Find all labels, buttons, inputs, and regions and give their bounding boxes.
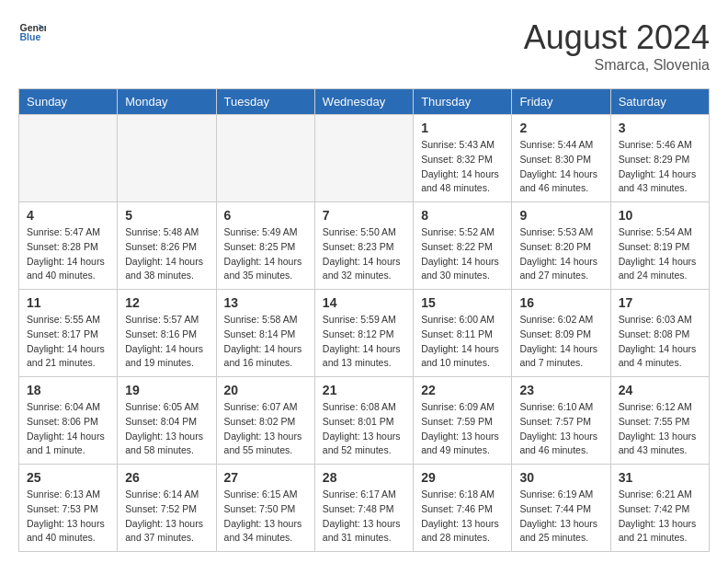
calendar-cell: 14Sunrise: 5:59 AM Sunset: 8:12 PM Dayli… bbox=[314, 290, 413, 377]
day-info: Sunrise: 5:54 AM Sunset: 8:19 PM Dayligh… bbox=[619, 225, 701, 283]
calendar-cell: 25Sunrise: 6:13 AM Sunset: 7:53 PM Dayli… bbox=[19, 465, 118, 552]
calendar-cell: 11Sunrise: 5:55 AM Sunset: 8:17 PM Dayli… bbox=[19, 290, 118, 377]
header-wednesday: Wednesday bbox=[314, 89, 413, 115]
day-number: 27 bbox=[224, 470, 307, 485]
day-number: 7 bbox=[323, 208, 405, 223]
day-number: 6 bbox=[224, 208, 307, 223]
calendar-header-row: Sunday Monday Tuesday Wednesday Thursday… bbox=[19, 89, 710, 115]
calendar-cell: 1Sunrise: 5:43 AM Sunset: 8:32 PM Daylig… bbox=[414, 115, 512, 202]
day-number: 30 bbox=[519, 470, 602, 485]
day-info: Sunrise: 6:18 AM Sunset: 7:46 PM Dayligh… bbox=[421, 488, 504, 546]
calendar-cell: 31Sunrise: 6:21 AM Sunset: 7:42 PM Dayli… bbox=[610, 465, 709, 552]
day-info: Sunrise: 6:09 AM Sunset: 7:59 PM Dayligh… bbox=[421, 400, 504, 458]
day-info: Sunrise: 6:14 AM Sunset: 7:52 PM Dayligh… bbox=[125, 488, 208, 546]
calendar-week-2: 4Sunrise: 5:47 AM Sunset: 8:28 PM Daylig… bbox=[19, 202, 710, 290]
calendar-cell: 22Sunrise: 6:09 AM Sunset: 7:59 PM Dayli… bbox=[414, 377, 512, 465]
calendar-cell: 3Sunrise: 5:46 AM Sunset: 8:29 PM Daylig… bbox=[610, 115, 709, 202]
day-number: 18 bbox=[27, 383, 109, 397]
calendar-cell: 10Sunrise: 5:54 AM Sunset: 8:19 PM Dayli… bbox=[610, 202, 709, 290]
day-info: Sunrise: 6:07 AM Sunset: 8:02 PM Dayligh… bbox=[224, 400, 307, 458]
day-info: Sunrise: 6:15 AM Sunset: 7:50 PM Dayligh… bbox=[224, 488, 307, 546]
day-info: Sunrise: 6:03 AM Sunset: 8:08 PM Dayligh… bbox=[619, 313, 701, 371]
calendar-cell: 26Sunrise: 6:14 AM Sunset: 7:52 PM Dayli… bbox=[118, 465, 216, 552]
month-year: August 2024 bbox=[524, 18, 710, 57]
day-number: 15 bbox=[421, 295, 504, 310]
calendar-cell bbox=[118, 115, 216, 202]
logo: General Blue bbox=[18, 18, 46, 46]
svg-text:Blue: Blue bbox=[20, 31, 41, 42]
day-number: 9 bbox=[519, 208, 602, 223]
day-number: 1 bbox=[421, 121, 504, 135]
calendar-cell: 23Sunrise: 6:10 AM Sunset: 7:57 PM Dayli… bbox=[512, 377, 610, 465]
day-info: Sunrise: 5:49 AM Sunset: 8:25 PM Dayligh… bbox=[224, 225, 307, 283]
logo-icon: General Blue bbox=[18, 18, 46, 46]
calendar-cell: 9Sunrise: 5:53 AM Sunset: 8:20 PM Daylig… bbox=[512, 202, 610, 290]
day-number: 11 bbox=[27, 295, 109, 310]
calendar-week-3: 11Sunrise: 5:55 AM Sunset: 8:17 PM Dayli… bbox=[19, 290, 710, 377]
day-info: Sunrise: 5:57 AM Sunset: 8:16 PM Dayligh… bbox=[125, 313, 208, 371]
calendar-cell: 2Sunrise: 5:44 AM Sunset: 8:30 PM Daylig… bbox=[512, 115, 610, 202]
day-info: Sunrise: 5:46 AM Sunset: 8:29 PM Dayligh… bbox=[619, 138, 701, 196]
calendar-cell: 19Sunrise: 6:05 AM Sunset: 8:04 PM Dayli… bbox=[118, 377, 216, 465]
day-number: 23 bbox=[519, 383, 602, 397]
day-number: 22 bbox=[421, 383, 504, 397]
day-info: Sunrise: 6:19 AM Sunset: 7:44 PM Dayligh… bbox=[519, 488, 602, 546]
calendar-cell bbox=[19, 115, 118, 202]
day-info: Sunrise: 6:10 AM Sunset: 7:57 PM Dayligh… bbox=[519, 400, 602, 458]
day-number: 5 bbox=[125, 208, 208, 223]
day-info: Sunrise: 6:04 AM Sunset: 8:06 PM Dayligh… bbox=[27, 400, 109, 458]
day-number: 25 bbox=[27, 470, 109, 485]
calendar-cell: 6Sunrise: 5:49 AM Sunset: 8:25 PM Daylig… bbox=[216, 202, 314, 290]
calendar-cell: 27Sunrise: 6:15 AM Sunset: 7:50 PM Dayli… bbox=[216, 465, 314, 552]
day-info: Sunrise: 6:05 AM Sunset: 8:04 PM Dayligh… bbox=[125, 400, 208, 458]
header-saturday: Saturday bbox=[610, 89, 709, 115]
header-sunday: Sunday bbox=[19, 89, 118, 115]
calendar-cell: 21Sunrise: 6:08 AM Sunset: 8:01 PM Dayli… bbox=[314, 377, 413, 465]
day-info: Sunrise: 6:21 AM Sunset: 7:42 PM Dayligh… bbox=[619, 488, 701, 546]
day-number: 21 bbox=[323, 383, 405, 397]
day-number: 10 bbox=[619, 208, 701, 223]
calendar-cell: 15Sunrise: 6:00 AM Sunset: 8:11 PM Dayli… bbox=[414, 290, 512, 377]
header-tuesday: Tuesday bbox=[216, 89, 314, 115]
day-number: 8 bbox=[421, 208, 504, 223]
day-info: Sunrise: 6:02 AM Sunset: 8:09 PM Dayligh… bbox=[519, 313, 602, 371]
day-number: 4 bbox=[27, 208, 109, 223]
day-number: 19 bbox=[125, 383, 208, 397]
calendar-cell: 30Sunrise: 6:19 AM Sunset: 7:44 PM Dayli… bbox=[512, 465, 610, 552]
day-number: 16 bbox=[519, 295, 602, 310]
calendar-week-1: 1Sunrise: 5:43 AM Sunset: 8:32 PM Daylig… bbox=[19, 115, 710, 202]
header-monday: Monday bbox=[118, 89, 216, 115]
calendar-cell: 24Sunrise: 6:12 AM Sunset: 7:55 PM Dayli… bbox=[610, 377, 709, 465]
calendar-table: Sunday Monday Tuesday Wednesday Thursday… bbox=[18, 88, 710, 552]
day-info: Sunrise: 5:58 AM Sunset: 8:14 PM Dayligh… bbox=[224, 313, 307, 371]
calendar-cell: 20Sunrise: 6:07 AM Sunset: 8:02 PM Dayli… bbox=[216, 377, 314, 465]
calendar-cell: 8Sunrise: 5:52 AM Sunset: 8:22 PM Daylig… bbox=[414, 202, 512, 290]
day-number: 3 bbox=[619, 121, 701, 135]
day-info: Sunrise: 5:55 AM Sunset: 8:17 PM Dayligh… bbox=[27, 313, 109, 371]
header-thursday: Thursday bbox=[414, 89, 512, 115]
day-info: Sunrise: 5:47 AM Sunset: 8:28 PM Dayligh… bbox=[27, 225, 109, 283]
calendar-cell: 18Sunrise: 6:04 AM Sunset: 8:06 PM Dayli… bbox=[19, 377, 118, 465]
day-info: Sunrise: 5:43 AM Sunset: 8:32 PM Dayligh… bbox=[421, 138, 504, 196]
day-info: Sunrise: 6:17 AM Sunset: 7:48 PM Dayligh… bbox=[323, 488, 405, 546]
day-number: 24 bbox=[619, 383, 701, 397]
day-info: Sunrise: 5:53 AM Sunset: 8:20 PM Dayligh… bbox=[519, 225, 602, 283]
day-number: 31 bbox=[619, 470, 701, 485]
day-info: Sunrise: 5:44 AM Sunset: 8:30 PM Dayligh… bbox=[519, 138, 602, 196]
day-number: 12 bbox=[125, 295, 208, 310]
day-info: Sunrise: 6:13 AM Sunset: 7:53 PM Dayligh… bbox=[27, 488, 109, 546]
day-number: 26 bbox=[125, 470, 208, 485]
calendar-cell: 28Sunrise: 6:17 AM Sunset: 7:48 PM Dayli… bbox=[314, 465, 413, 552]
day-number: 14 bbox=[323, 295, 405, 310]
day-number: 28 bbox=[323, 470, 405, 485]
calendar-cell bbox=[216, 115, 314, 202]
day-number: 2 bbox=[519, 121, 602, 135]
day-info: Sunrise: 6:12 AM Sunset: 7:55 PM Dayligh… bbox=[619, 400, 701, 458]
day-number: 17 bbox=[619, 295, 701, 310]
calendar-cell: 12Sunrise: 5:57 AM Sunset: 8:16 PM Dayli… bbox=[118, 290, 216, 377]
day-info: Sunrise: 5:59 AM Sunset: 8:12 PM Dayligh… bbox=[323, 313, 405, 371]
calendar-cell: 29Sunrise: 6:18 AM Sunset: 7:46 PM Dayli… bbox=[414, 465, 512, 552]
day-number: 13 bbox=[224, 295, 307, 310]
day-info: Sunrise: 5:50 AM Sunset: 8:23 PM Dayligh… bbox=[323, 225, 405, 283]
calendar-cell: 16Sunrise: 6:02 AM Sunset: 8:09 PM Dayli… bbox=[512, 290, 610, 377]
